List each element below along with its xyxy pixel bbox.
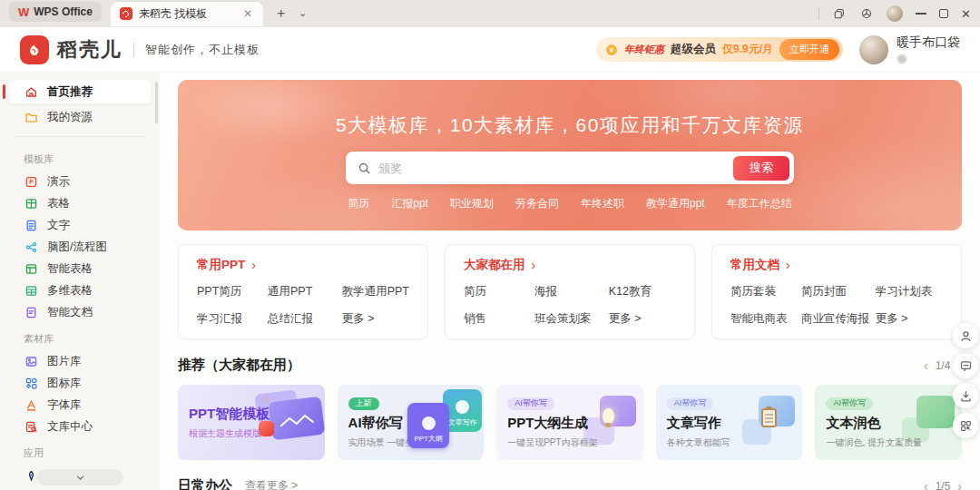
profile-icon [959, 329, 973, 343]
header-divider [133, 43, 134, 57]
card-title: 文章写作 [667, 415, 803, 432]
window-titlebar: W WPS Office 来稻壳 找模板 ✕ ＋ ⌄ ✕ [0, 0, 980, 27]
layout-windows-icon[interactable] [832, 6, 847, 21]
category-link[interactable]: 教学通用PPT [342, 284, 409, 299]
download-button[interactable] [953, 383, 978, 408]
card-article-writing[interactable]: AI帮你写 文章写作 各种文章都能写 [656, 385, 803, 460]
tab-list-dropdown-icon[interactable]: ⌄ [299, 0, 307, 26]
search-bar[interactable]: 搜索 [346, 152, 794, 184]
recommend-section-header: 推荐（大家都在用） ‹ 1/4 › [178, 357, 962, 374]
sidebar-item-multi-sheet[interactable]: 多维表格 [9, 280, 151, 301]
sidebar-item-smart-doc[interactable]: 智能文档 [9, 302, 151, 323]
hot-word[interactable]: 职业规划 [450, 196, 494, 211]
sidebar-item-my-resources[interactable]: 我的资源 [9, 105, 151, 129]
sidebar-item-label: 首页推荐 [47, 84, 93, 100]
sidebar-item-docs-center[interactable]: 文库中心 [9, 416, 151, 437]
quick-card-popular: 大家都在用 › 简历 海报 K12教育 销售 班会策划案 更多 > [445, 244, 695, 339]
active-indicator [3, 84, 5, 99]
icon-library-icon [24, 377, 38, 391]
promo-cta-button[interactable]: 立即开通 [779, 39, 839, 60]
minimize-button[interactable] [916, 13, 926, 14]
category-link-more[interactable]: 更多 > [342, 311, 409, 327]
quick-card-title[interactable]: 常用PPT › [197, 257, 409, 273]
hot-word[interactable]: 年度工作总结 [727, 196, 792, 211]
sidebar-expand-button[interactable] [36, 469, 123, 485]
search-icon [358, 162, 371, 175]
card-text-polish[interactable]: AI帮你写 文本润色 一键润色, 提升文案质量 [815, 385, 962, 460]
sidebar-item-font-library[interactable]: 字体库 [9, 395, 151, 416]
qrcode-button[interactable] [953, 413, 978, 438]
sidebar-item-spreadsheet[interactable]: 表格 [9, 193, 151, 214]
close-button[interactable]: ✕ [961, 7, 971, 21]
category-link[interactable]: 海报 [534, 284, 609, 299]
new-tab-button[interactable]: ＋ [274, 0, 288, 26]
sidebar-item-smart-sheet[interactable]: 智能表格 [9, 259, 151, 279]
ai-badge: AI帮你写 [667, 397, 714, 410]
pager-next-icon[interactable]: › [957, 479, 962, 490]
card-ai-write[interactable]: 上新 AI帮你写 实用场景 一键生成 文章写作 PPT大纲 [338, 385, 485, 460]
tab-docer[interactable]: 来稻壳 找模板 ✕ [111, 2, 263, 26]
category-link[interactable]: 商业宣传海报 [801, 311, 876, 327]
quick-card-common-ppt: 常用PPT › PPT简历 通用PPT 教学通用PPT 学习汇报 总结汇报 更多… [178, 244, 428, 339]
hot-word[interactable]: 教学通用ppt [646, 196, 705, 211]
category-link[interactable]: 销售 [464, 311, 534, 327]
category-link[interactable]: 通用PPT [268, 284, 342, 299]
sidebar-item-label: 文库中心 [47, 419, 93, 435]
card-ppt-smart-template[interactable]: PPT智能模板 根据主题生成模版 [178, 385, 325, 460]
category-link[interactable]: 学习计划表 [876, 284, 943, 299]
maximize-button[interactable] [939, 9, 948, 18]
sidebar-item-label: 脑图/流程图 [47, 240, 107, 255]
sidebar-group-apps: 应用 [0, 438, 160, 465]
hot-word[interactable]: 简历 [348, 196, 369, 211]
profile-button[interactable] [953, 323, 978, 348]
category-link-more[interactable]: 更多 > [876, 311, 943, 327]
svg-text:¥: ¥ [610, 46, 613, 53]
card-ppt-outline-gen[interactable]: AI帮你写 PPT大纲生成 一键呈现PPT内容框架 [496, 385, 643, 460]
user-avatar[interactable] [859, 35, 888, 64]
category-link[interactable]: 班会策划案 [534, 311, 609, 327]
image-library-icon [24, 355, 38, 369]
search-input[interactable] [378, 162, 733, 175]
quick-card-title[interactable]: 大家都在用 › [464, 257, 676, 273]
tab-close-icon[interactable]: ✕ [241, 7, 254, 20]
daily-see-more-link[interactable]: 查看更多 > [245, 478, 298, 490]
sidebar-item-icon-library[interactable]: 图标库 [9, 373, 151, 394]
promo-price: 仅9.9元/月 [722, 42, 773, 57]
category-link[interactable]: 学习汇报 [197, 311, 268, 327]
username: 暖手布口袋 [897, 34, 960, 51]
sidebar-item-document[interactable]: 文字 [9, 215, 151, 236]
category-link-more[interactable]: 更多 > [609, 311, 676, 327]
category-link[interactable]: 总结汇报 [268, 311, 342, 327]
sidebar-scrollbar[interactable] [155, 82, 158, 123]
sidebar-item-image-library[interactable]: 图片库 [9, 351, 151, 372]
docer-tab-icon [120, 7, 132, 20]
category-link[interactable]: PPT简历 [197, 284, 268, 299]
category-link[interactable]: 简历 [464, 284, 534, 299]
hot-word[interactable]: 年终述职 [581, 196, 624, 211]
tile-label: PPT大纲 [414, 434, 443, 444]
category-link[interactable]: 简历套装 [730, 284, 801, 299]
chevron-right-icon: › [786, 258, 790, 272]
quick-card-title[interactable]: 常用文档 › [730, 257, 943, 273]
sidebar-item-home-recommend[interactable]: 首页推荐 [9, 80, 151, 103]
category-link[interactable]: 智能电商表 [730, 311, 801, 327]
category-link[interactable]: K12教育 [609, 284, 676, 299]
hot-word[interactable]: 汇报ppt [391, 196, 428, 211]
membership-promo-banner[interactable]: ¥ 年终钜惠 超级会员 仅9.9元/月 立即开通 [596, 37, 843, 62]
home-icon [24, 84, 38, 99]
globe-icon[interactable] [859, 6, 874, 21]
floating-toolbar [953, 323, 978, 438]
hot-word[interactable]: 劳务合同 [515, 196, 559, 211]
card-subtitle: 各种文章都能写 [667, 436, 803, 449]
feedback-button[interactable] [953, 353, 978, 378]
sidebar-item-mindmap[interactable]: 脑图/流程图 [9, 237, 151, 258]
quick-card-title-text: 常用文档 [730, 257, 779, 273]
sidebar-item-presentation[interactable]: P 演示 [9, 172, 151, 192]
user-account[interactable]: 暖手布口袋 [859, 34, 960, 64]
pager-prev-icon[interactable]: ‹ [924, 358, 928, 373]
pager-prev-icon[interactable]: ‹ [924, 479, 928, 490]
search-button[interactable]: 搜索 [733, 156, 789, 181]
titlebar-avatar[interactable] [887, 5, 903, 22]
category-link[interactable]: 简历封面 [801, 284, 876, 299]
wps-office-menu-button[interactable]: W WPS Office [9, 2, 102, 22]
